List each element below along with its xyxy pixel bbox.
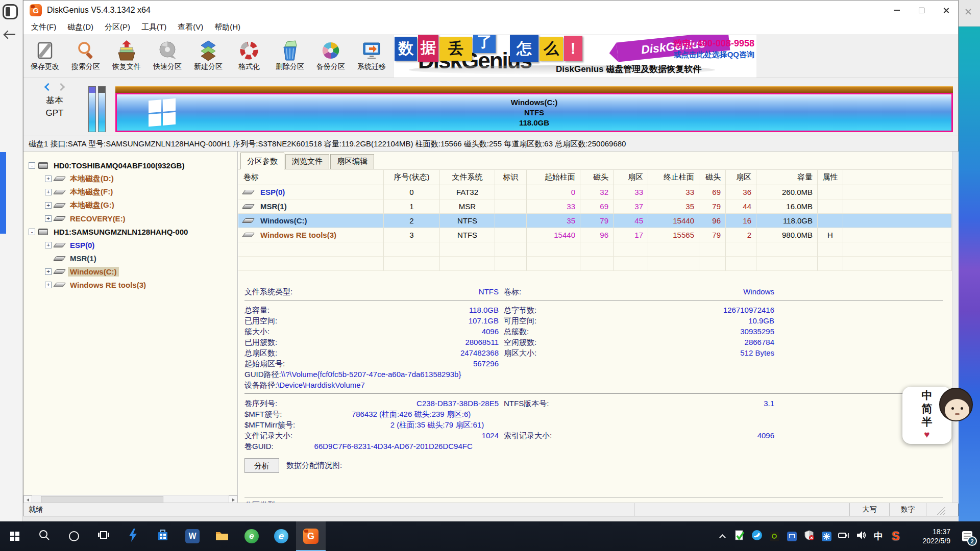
menu-tools[interactable]: 工具(T): [136, 22, 172, 32]
table-row-windows-re[interactable]: Windows RE tools(3) 3 NTFS 15440 96 17 1…: [238, 228, 952, 242]
search-partition-button[interactable]: 搜索分区: [65, 35, 106, 76]
backup-partition-button[interactable]: 备份分区: [310, 35, 351, 76]
tab-browse-files[interactable]: 浏览文件: [285, 154, 329, 169]
tree-item-windows-c[interactable]: + Windows(C:): [23, 265, 237, 278]
tray-intel-graphics[interactable]: [783, 521, 800, 551]
start-button[interactable]: [0, 521, 30, 551]
collapse-icon[interactable]: -: [29, 162, 35, 169]
tray-volume[interactable]: [852, 521, 870, 551]
cortana-button[interactable]: [59, 521, 89, 551]
maximize-button[interactable]: [909, 1, 934, 20]
format-button[interactable]: 格式化: [229, 35, 270, 76]
promo-banner[interactable]: DiskGenius 数 据 丢 了 怎 么 ！ DiskGenius 致电: …: [393, 35, 756, 78]
next-disk-icon[interactable]: [57, 83, 65, 91]
ime-heart-icon[interactable]: ♥: [902, 429, 951, 441]
diskgenius-window: G DiskGenius V5.4.3.1342 x64 文件(F) 磁盘(D)…: [23, 0, 959, 516]
tree-item-msr[interactable]: MSR(1): [23, 252, 237, 265]
table-row-msr[interactable]: MSR(1) 1 MSR 33 69 37 35 79 44 16.0MB: [238, 199, 952, 214]
tree-item-recovery-e[interactable]: + RECOVERY(E:): [23, 212, 237, 225]
menu-partition[interactable]: 分区(P): [99, 22, 136, 32]
search-icon: [39, 530, 50, 543]
taskbar-app-word[interactable]: W: [178, 521, 207, 551]
expand-icon[interactable]: +: [45, 176, 52, 182]
ime-mode-halfwidth[interactable]: 半: [902, 415, 951, 429]
tree-item-label: Windows RE tools(3): [68, 280, 148, 290]
system-migrate-button[interactable]: 系统迁移: [351, 35, 392, 76]
scrollbar-thumb[interactable]: [41, 496, 163, 503]
minimize-button[interactable]: [885, 1, 909, 20]
taskbar-app-edge[interactable]: e: [266, 521, 296, 551]
tab-partition-parameters[interactable]: 分区参数: [240, 153, 284, 169]
menu-help[interactable]: 帮助(H): [209, 22, 246, 32]
tray-power[interactable]: [835, 521, 852, 551]
background-close-icon[interactable]: [965, 8, 972, 15]
windows-start-icon: [10, 532, 19, 541]
partition-table-type: 基本: [33, 94, 77, 107]
taskbar-app-browser-green[interactable]: e: [237, 521, 266, 551]
tray-ime-indicator[interactable]: 中: [870, 521, 887, 551]
new-partition-button[interactable]: 新建分区: [188, 35, 229, 76]
expand-icon[interactable]: +: [45, 282, 52, 288]
tray-messenger[interactable]: [748, 521, 766, 551]
volume-icon: [856, 531, 866, 542]
windows-c-partition-block[interactable]: Windows(C:) NTFS 118.0GB: [115, 86, 953, 132]
tray-snowflake[interactable]: [818, 521, 835, 551]
expand-icon[interactable]: +: [45, 268, 52, 275]
tree-item-windows-re[interactable]: + Windows RE tools(3): [23, 278, 237, 291]
tray-sogou[interactable]: S: [887, 521, 904, 551]
word-icon: W: [185, 529, 200, 543]
ime-zh-indicator: 中: [874, 530, 883, 542]
tree-item-hd0[interactable]: - HD0:TOSHIBAMQ04ABF100(932GB): [23, 159, 237, 172]
esp-partition-block[interactable]: [88, 86, 96, 132]
menu-view[interactable]: 查看(V): [172, 22, 209, 32]
msr-partition-block[interactable]: [98, 86, 106, 132]
expand-icon[interactable]: +: [45, 189, 52, 195]
taskbar-app-file-explorer[interactable]: [207, 521, 237, 551]
banner-qq-link[interactable]: 或点击此处选择QQ咨询: [673, 49, 754, 60]
tray-antivirus[interactable]: [731, 521, 748, 551]
tree-item-local-disk-d[interactable]: + 本地磁盘(D:): [23, 172, 237, 185]
quick-partition-button[interactable]: 快速分区: [147, 35, 188, 76]
expand-icon[interactable]: +: [45, 215, 52, 222]
allocation-map-caption: 数据分配情况图:: [286, 461, 342, 470]
delete-partition-icon: [280, 40, 300, 61]
tree-item-esp[interactable]: + ESP(0): [23, 238, 237, 252]
tree-item-local-disk-g[interactable]: + 本地磁盘(G:): [23, 198, 237, 212]
action-center-button[interactable]: 2: [954, 521, 980, 551]
close-button[interactable]: [934, 1, 958, 20]
delete-partition-button[interactable]: 删除分区: [270, 35, 310, 76]
toolbar: 保存更改 搜索分区 恢复文件 快速分区 新建分区 格式化: [23, 34, 958, 78]
expand-icon[interactable]: +: [45, 202, 52, 209]
taskbar-search-button[interactable]: [30, 521, 59, 551]
partition-icon: [53, 243, 66, 247]
tab-sector-edit[interactable]: 扇区编辑: [330, 154, 374, 169]
green-browser-icon: e: [244, 529, 259, 543]
menu-file[interactable]: 文件(F): [26, 22, 62, 32]
taskbar-app-flash[interactable]: [118, 521, 148, 551]
collapse-icon[interactable]: -: [29, 229, 35, 235]
tree-item-local-disk-f[interactable]: + 本地磁盘(F:): [23, 185, 237, 198]
tree-item-label: MSR(1): [68, 254, 99, 263]
tray-nvidia[interactable]: [766, 521, 783, 551]
titlebar: G DiskGenius V5.4.3.1342 x64: [23, 1, 958, 20]
partition-bar-name: Windows(C:): [511, 97, 558, 108]
tray-defender[interactable]: [800, 521, 818, 551]
menu-disk[interactable]: 磁盘(D): [62, 22, 99, 32]
analyze-button[interactable]: 分析: [244, 458, 279, 473]
table-row-esp[interactable]: ESP(0) 0 FAT32 0 32 33 33 69 36 260.0MB: [238, 185, 952, 199]
tree-item-hd1[interactable]: - HD1:SAMSUNGMZNLN128HAHQ-000: [23, 225, 237, 238]
background-blue-strip: [0, 152, 6, 234]
tray-expand-button[interactable]: [714, 521, 731, 551]
table-row-windows-c[interactable]: Windows(C:) 2 NTFS 35 79 45 15440 96 16 …: [238, 214, 952, 228]
resize-grip[interactable]: [937, 507, 945, 515]
taskbar-app-diskgenius[interactable]: G: [296, 521, 326, 551]
taskbar-clock[interactable]: 18:37 2022/5/9: [906, 527, 950, 545]
prev-disk-icon[interactable]: [44, 83, 53, 91]
save-changes-button[interactable]: 保存更改: [24, 35, 65, 76]
expand-icon[interactable]: +: [45, 242, 52, 248]
recover-files-button[interactable]: 恢复文件: [106, 35, 147, 76]
taskbar-app-store[interactable]: [148, 521, 178, 551]
recover-files-icon: [116, 40, 137, 61]
task-view-button[interactable]: [89, 521, 118, 551]
background-app-icon[interactable]: [3, 4, 18, 19]
